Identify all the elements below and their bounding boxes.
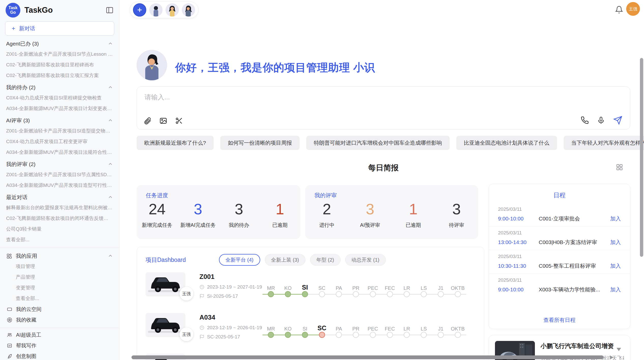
screenshot-scissors-icon[interactable] xyxy=(175,117,183,125)
stat-pending-review: 3 待评审 xyxy=(435,201,478,229)
sidebar-collapse-icon[interactable] xyxy=(106,6,114,14)
sidebar-item[interactable]: 公司Q3轻卡销量 xyxy=(0,224,119,234)
milestone-node xyxy=(404,332,410,338)
view-all-chats-link[interactable]: 查看全部... xyxy=(0,234,119,245)
add-agent-button[interactable] xyxy=(133,3,146,17)
sidebar-item[interactable]: C02-飞腾新能源轻客改款项目的闭环通告反馈情况 xyxy=(0,213,119,224)
new-chat-button[interactable]: 新对话 xyxy=(5,21,114,36)
sidebar-item[interactable]: A034-全新新能源MUV产品开发项目计划变更表编写 xyxy=(0,103,119,114)
task-progress-card: 任务进度 24 新增完成任务 3 新增AI完成任务 3 我的待办 1 已逾期 xyxy=(137,185,300,239)
suggestion-chip[interactable]: 比亚迪全固态电池计划具体说了什么 xyxy=(456,136,557,150)
news-title: 小鹏飞行汽车制造公司增资 xyxy=(540,342,624,350)
schedule-item: 2025/03/11 10:30-11:30 C005-整车工程目标评审 加入 xyxy=(489,250,630,274)
suggestion-chip[interactable]: 当下年轻人对汽车外观有怎样的喜好趋势 xyxy=(564,136,644,150)
milestone-node xyxy=(387,332,393,338)
sidebar-item-product-mgmt[interactable]: 产品管理 xyxy=(0,272,119,282)
project-info: Z001 2023-12-19 ~ 2027-01-19 SI-2025-05-… xyxy=(189,272,262,299)
write-icon xyxy=(7,343,12,349)
dashboard-header: 项目Dashboard 全新平台 (4) 全新上装 (3) 年型 (2) 动总开… xyxy=(137,247,484,268)
dashboard-tabs: 全新平台 (4) 全新上装 (3) 年型 (2) 动总开发 (1) xyxy=(219,254,386,266)
project-dashboard-card: 项目Dashboard 全新平台 (4) 全新上装 (3) 年型 (2) 动总开… xyxy=(137,247,484,360)
greeting-text: 你好，王强，我是你的项目管理助理 小识 xyxy=(175,61,375,75)
project-image-wrap: 王强 xyxy=(145,272,189,296)
suggestion-chip[interactable]: 欧洲新规最近颁布了什么? xyxy=(137,136,214,150)
section-header-recent-chats: 最近对话 xyxy=(0,191,119,202)
milestone-node xyxy=(370,332,376,338)
app-logo: Task Go xyxy=(6,3,20,18)
milestone-node xyxy=(455,291,461,297)
stat-overdue: 1 已逾期 xyxy=(392,201,435,229)
tab-new-platform[interactable]: 全新平台 (4) xyxy=(219,254,260,266)
tab-new-body[interactable]: 全新上装 (3) xyxy=(265,254,305,266)
sidebar-item[interactable]: C02-飞腾新能源轻客改款项目立项汇报方案 xyxy=(0,70,119,81)
vertical-scrollbar-thumb[interactable] xyxy=(640,58,643,257)
sidebar-item[interactable]: Z001-全新燃油轻卡产品开发项目SI节点属性5D文件评审 xyxy=(0,169,119,180)
schedule-date: 2025/03/11 xyxy=(498,206,621,212)
sidebar-item-project-mgmt[interactable]: 项目管理 xyxy=(0,261,119,272)
project-flag-milestone: SC-2025-05-17 xyxy=(199,334,262,340)
sidebar-item[interactable]: Z001-全新燃油皮卡产品开发项目SI节点Lesson Learn报告 xyxy=(0,49,119,59)
stat-my-todo: 3 我的待办 xyxy=(218,201,259,229)
notification-bell-icon[interactable] xyxy=(615,6,623,14)
join-link[interactable]: 加入 xyxy=(610,239,621,246)
layout-grid-icon[interactable] xyxy=(616,163,623,171)
milestone-node xyxy=(404,291,410,297)
attachment-icon[interactable] xyxy=(143,117,152,125)
agent-avatar[interactable] xyxy=(166,3,179,17)
phone-call-icon[interactable] xyxy=(581,116,589,124)
scroll-down-arrow[interactable] xyxy=(617,348,621,351)
agent-avatar[interactable] xyxy=(149,3,163,17)
sidebar-item[interactable]: Z001-全新燃油轻卡产品开发项目SI造型提交物评审 xyxy=(0,126,119,136)
tab-powertrain[interactable]: 动总开发 (1) xyxy=(345,254,386,266)
send-icon[interactable] xyxy=(613,116,622,125)
join-link[interactable]: 加入 xyxy=(610,262,621,269)
sidebar-item[interactable]: C0X4-动力总成开发项目工程变更评审 xyxy=(0,136,119,147)
sidebar-item[interactable]: A034-全新新能源MUV产品开发项目造型可行性评审 xyxy=(0,180,119,191)
project-image-wrap: 王强 xyxy=(145,313,189,337)
sidebar-item-change-mgmt[interactable]: 变更管理 xyxy=(0,282,119,293)
join-link[interactable]: 加入 xyxy=(610,215,621,222)
suggestion-chip[interactable]: 特朗普可能对进口汽车增税会对中国车企造成哪些影响 xyxy=(306,136,450,150)
schedule-title: 日程 xyxy=(489,184,630,199)
project-row-a034[interactable]: 王强 A034 2023-12-19 ~ 2026-01-19 SC-2025-… xyxy=(137,309,484,350)
chevron-up-icon[interactable] xyxy=(108,253,113,259)
project-row-z001[interactable]: 王强 Z001 2023-12-19 ~ 2027-01-19 SI-2025-… xyxy=(137,268,484,309)
sidebar-item-draw[interactable]: 创意制图 xyxy=(0,351,119,360)
sidebar-item-cloud-space[interactable]: 我的云空间 xyxy=(0,304,119,314)
sidebar-item[interactable]: 解释最新出台的欧盟报废车法规再生塑料比例被调至15%... xyxy=(0,202,119,213)
chevron-up-icon[interactable] xyxy=(108,194,113,200)
user-avatar[interactable]: 王强 xyxy=(626,2,640,16)
schedule-time: 9:00-10:00 xyxy=(498,287,539,293)
join-link[interactable]: 加入 xyxy=(610,286,621,293)
chevron-up-icon[interactable] xyxy=(108,118,113,123)
section-label: Agent已办 (3) xyxy=(6,40,39,47)
suggestion-chip[interactable]: 如何写一份清晰的项目周报 xyxy=(220,136,300,150)
image-upload-icon[interactable] xyxy=(159,117,167,125)
star-badge-icon xyxy=(7,317,12,323)
microphone-icon[interactable] xyxy=(597,116,605,124)
sidebar-item-ai-staff[interactable]: AI超级员工 xyxy=(0,329,119,340)
sidebar-item[interactable]: A034-全新新能源MUV产品开发项目法规符合性评审 xyxy=(0,147,119,158)
new-chat-label: 新对话 xyxy=(19,25,35,32)
horizontal-scrollbar-thumb[interactable] xyxy=(131,355,604,359)
input-actions-right xyxy=(581,116,622,125)
clock-icon xyxy=(199,284,204,290)
stat-ai-prereview: 3 AI预评审 xyxy=(348,201,392,229)
chevron-up-icon[interactable] xyxy=(108,85,113,90)
sidebar-item-favorites[interactable]: 我的收藏 xyxy=(0,314,119,325)
flag-icon xyxy=(199,294,204,299)
milestone-node xyxy=(353,291,359,297)
scroll-right-arrow[interactable] xyxy=(610,355,613,359)
chat-input[interactable] xyxy=(144,93,551,111)
tab-model-year[interactable]: 年型 (2) xyxy=(310,254,341,266)
agent-avatar[interactable] xyxy=(182,3,195,17)
sidebar-item-write[interactable]: 帮我写作 xyxy=(0,340,119,351)
sidebar-item[interactable]: C0X4-动力总成开发项目SI里程碑提交物检查 xyxy=(0,93,119,103)
quick-access-bar xyxy=(130,2,198,18)
milestone-node xyxy=(370,291,376,297)
view-all-schedule-link[interactable]: 查看所有日程 xyxy=(489,317,630,324)
chevron-up-icon[interactable] xyxy=(108,41,113,47)
chevron-up-icon[interactable] xyxy=(108,161,113,167)
view-all-apps-link[interactable]: 查看全部... xyxy=(0,293,119,304)
sidebar-item[interactable]: C02-飞腾新能源轻客改款项目里程碑画布 xyxy=(0,59,119,70)
